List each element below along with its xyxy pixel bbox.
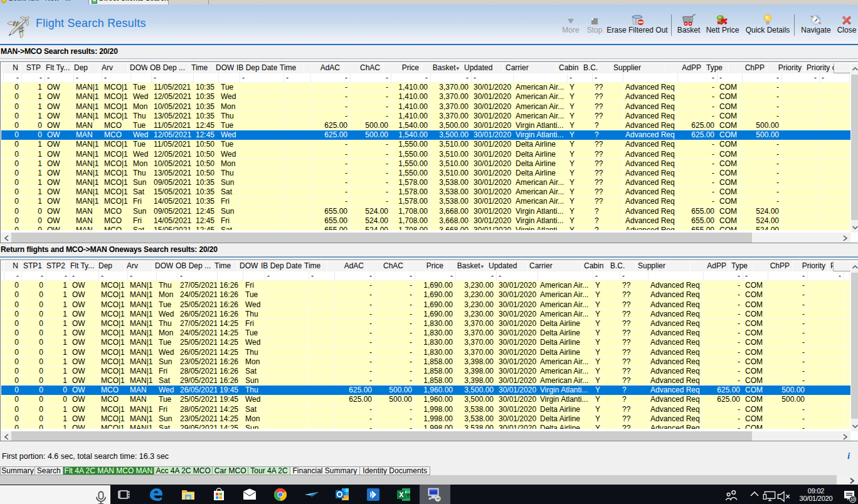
svg-text:10: 10 [850,497,855,501]
